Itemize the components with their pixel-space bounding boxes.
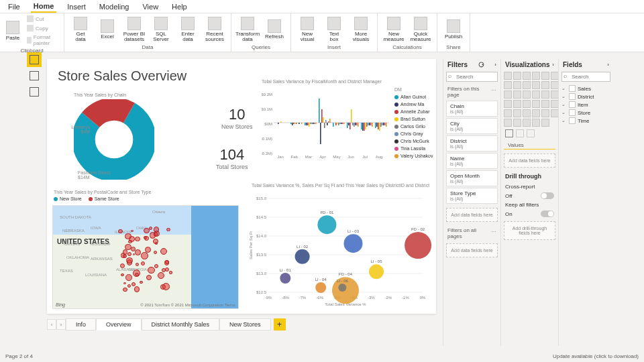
legend-item[interactable]: Chris Gray [394,130,433,137]
legend-item[interactable]: Chris McGurk [394,137,433,145]
viz-format-tab-icon[interactable] [516,129,524,137]
map-bubble[interactable] [125,233,131,239]
menu-view[interactable]: View [140,1,161,12]
ribbon-data-btn-4[interactable]: Enterdata [176,15,200,44]
viz-collapse-button[interactable]: › [552,62,554,68]
menu-file[interactable]: File [5,1,23,12]
map-bubble[interactable] [162,283,170,290]
map-bubble[interactable] [135,237,140,242]
map-bubble[interactable] [128,240,131,243]
viz-analytics-tab-icon[interactable] [527,129,535,137]
map-bubble[interactable] [154,232,158,236]
viz-type-19[interactable] [513,100,521,108]
fields-collapse-button[interactable]: › [607,62,609,68]
keep-filters-toggle[interactable] [541,210,554,217]
map-bubble[interactable] [127,252,131,256]
viz-values-well[interactable]: Add data fields here [504,154,555,168]
map-bubble[interactable] [135,249,141,255]
ribbon-data-btn-3[interactable]: SQLServer [149,15,173,44]
map-bubble[interactable] [154,264,158,268]
viz-type-26[interactable] [523,109,531,117]
viz-drill-well[interactable]: Add drill-through fields here [504,221,555,240]
viz-type-14[interactable] [523,90,531,99]
filter-card-district[interactable]: Districtis (All) [446,135,498,152]
field-table-district[interactable]: ⌄District [561,93,610,101]
viz-type-4[interactable] [541,72,549,80]
map-bubble[interactable] [165,260,169,264]
add-page-button[interactable]: + [274,318,286,330]
filters-all-add-well[interactable]: Add data fields here [446,243,498,257]
menu-modeling[interactable]: Modeling [97,1,132,12]
viz-type-18[interactable] [504,100,512,108]
legend-item[interactable]: Valery Ushakov [394,152,433,160]
field-table-sales[interactable]: ⌄Sales [561,84,610,93]
ribbon-data-btn-5[interactable]: Recentsources [203,15,227,44]
report-view-button[interactable] [27,52,42,67]
menu-home[interactable]: Home [31,1,57,13]
ribbon-insert-btn-1[interactable]: Textbox [322,15,346,44]
map-bubble[interactable] [158,272,164,279]
menu-help[interactable]: Help [169,1,190,12]
map-bubble[interactable] [125,274,131,280]
page-prev-button[interactable]: ‹ [47,319,56,330]
viz-type-33[interactable] [532,119,540,127]
report-canvas[interactable]: Store Sales Overview This Year Sales by … [47,59,436,314]
field-table-store[interactable]: ⌄Store [561,109,610,117]
filter-card-city[interactable]: Cityis (All) [446,118,498,134]
viz-type-3[interactable] [532,72,540,80]
viz-type-13[interactable] [513,90,521,99]
ribbon-calc-btn-0[interactable]: Newmeasure [382,15,406,44]
donut-chart[interactable] [74,99,154,181]
filter-card-store-type[interactable]: Store Typeis (All) [446,188,498,204]
ribbon-calc-btn-1[interactable]: Quickmeasure [409,15,433,44]
viz-type-12[interactable] [504,90,512,99]
map-bubble[interactable] [154,251,158,255]
page-tab-info[interactable]: Info [66,318,96,330]
page-tab-overview[interactable]: Overview [96,318,142,330]
model-view-button[interactable] [27,84,42,99]
page-tab-district-monthly-sales[interactable]: District Monthly Sales [142,318,220,330]
map-bubble[interactable] [136,263,139,266]
viz-type-25[interactable] [513,109,521,117]
kpi-new-stores[interactable]: 10 New Stores [221,106,253,130]
page-tab-new-stores[interactable]: New Stores [219,318,271,330]
filter-card-open-month[interactable]: Open Monthis (All) [446,170,498,186]
data-view-button[interactable] [27,68,42,83]
fields-search-input[interactable] [561,72,610,82]
map-bubble[interactable] [153,239,158,244]
filters-page-add-well[interactable]: Add data fields here [446,208,498,222]
status-update-link[interactable]: Update available (click to download) [553,353,639,361]
viz-type-32[interactable] [523,119,531,127]
paste-button[interactable]: Paste [4,17,21,45]
filters-collapse-button[interactable]: › [494,62,496,68]
viz-type-2[interactable] [523,72,531,80]
viz-type-16[interactable] [541,90,549,99]
field-table-item[interactable]: ⌄Item [561,101,610,109]
legend-item[interactable]: Carlos Grilo [394,123,433,130]
legend-item[interactable]: Allan Guinot [394,93,433,101]
legend-item[interactable]: Annelie Zubar [394,108,433,115]
viz-type-22[interactable] [541,100,549,108]
viz-type-27[interactable] [532,109,540,117]
legend-item[interactable]: Andrew Ma [394,101,433,108]
map-bubble[interactable] [146,275,152,280]
map-bubble[interactable] [123,282,125,284]
scatter-chart[interactable]: $15.0$14.5$14.0$13.5$13.0$12.5-9%-8%-7%-… [247,193,433,307]
map-bubble[interactable] [169,271,172,274]
map-bubble[interactable] [131,247,136,251]
ribbon-queries-btn-0[interactable]: Transformdata [235,15,260,44]
viz-type-9[interactable] [532,81,540,89]
map-bubble[interactable] [149,227,152,230]
menu-insert[interactable]: Insert [64,1,89,12]
map-bubble[interactable] [123,288,127,292]
filters-search-input[interactable] [446,72,498,82]
viz-type-28[interactable] [541,109,549,117]
format-painter-button[interactable]: Format painter [24,34,60,47]
page-next-button[interactable]: › [56,319,66,330]
filter-card-name[interactable]: Nameis (All) [446,153,498,169]
viz-fields-tab-icon[interactable] [505,129,513,137]
ribbon-data-btn-2[interactable]: Power BIdatasets [122,15,146,44]
viz-type-6[interactable] [504,81,512,89]
map-bubble[interactable] [162,268,166,272]
ribbon-data-btn-1[interactable]: Excel [95,15,119,44]
